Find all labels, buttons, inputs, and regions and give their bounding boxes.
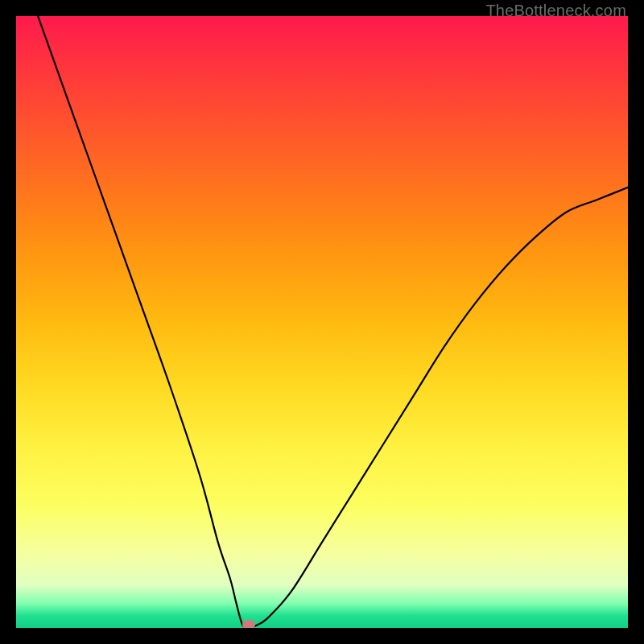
chart-frame: TheBottleneck.com [0, 0, 644, 644]
bottleneck-curve [16, 16, 628, 628]
minimum-marker-icon [242, 620, 255, 628]
credit-watermark: TheBottleneck.com [485, 2, 626, 20]
plot-area [16, 16, 628, 628]
